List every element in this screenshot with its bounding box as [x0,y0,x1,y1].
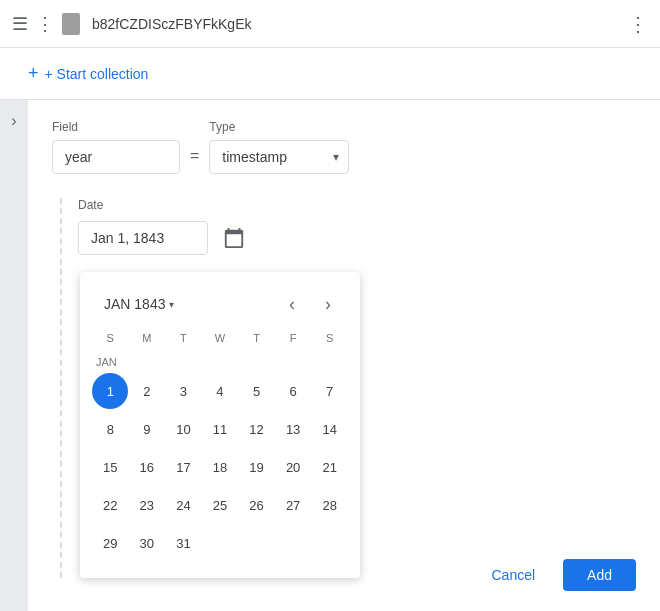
cal-day-7[interactable]: 7 [312,373,348,409]
type-label: Type [209,120,349,134]
type-select-wrapper: timestamp string number boolean map arra… [209,140,349,174]
add-button[interactable]: Add [563,559,636,591]
cal-day-empty-4 [312,525,348,561]
cal-day-empty-3 [275,525,311,561]
cancel-button[interactable]: Cancel [475,559,551,591]
cal-day-empty-1 [202,525,238,561]
cal-day-18[interactable]: 18 [202,449,238,485]
cal-day-4[interactable]: 4 [202,373,238,409]
cal-day-29[interactable]: 29 [92,525,128,561]
cal-day-11[interactable]: 11 [202,411,238,447]
left-toggle[interactable]: › [0,100,28,611]
month-year-button[interactable]: JAN 1843 ▾ [96,292,182,316]
cal-day-14[interactable]: 14 [312,411,348,447]
cal-day-2[interactable]: 2 [129,373,165,409]
doc-title: b82fCZDISczFBYFkKgEk [92,16,620,32]
cal-day-21[interactable]: 21 [312,449,348,485]
cal-day-3[interactable]: 3 [165,373,201,409]
day-header-fri: F [275,328,312,348]
month-year-label: JAN 1843 [104,296,165,312]
type-column: Type timestamp string number boolean map… [209,120,349,174]
month-year-dropdown-icon: ▾ [169,299,174,310]
cal-day-1[interactable]: 1 [92,373,128,409]
chevron-right-icon: › [11,112,16,130]
day-header-mon: M [129,328,166,348]
doc-icon [62,13,80,35]
cal-day-19[interactable]: 19 [239,449,275,485]
nav-arrows: ‹ › [276,288,344,320]
equals-sign: = [190,147,199,165]
top-bar-left-icons: ☰ ⋮ [12,13,54,35]
cal-day-31[interactable]: 31 [165,525,201,561]
day-headers: S M T W T F S [92,328,348,348]
date-section-wrapper: Date Jan 1, 1843 JAN 1843 ▾ [60,198,636,578]
month-label: JAN [96,356,348,368]
cal-day-13[interactable]: 13 [275,411,311,447]
next-month-button[interactable]: › [312,288,344,320]
start-collection-button[interactable]: + + Start collection [16,55,160,92]
field-input[interactable] [52,140,180,174]
dots-menu-icon[interactable]: ⋮ [36,13,54,35]
date-input-row: Jan 1, 1843 [78,220,636,256]
date-section: Date Jan 1, 1843 JAN 1843 ▾ [78,198,636,578]
cal-day-25[interactable]: 25 [202,487,238,523]
date-input[interactable]: Jan 1, 1843 [78,221,208,255]
action-buttons: Cancel Add [475,543,636,591]
next-arrow-icon: › [325,294,331,315]
cal-day-6[interactable]: 6 [275,373,311,409]
cal-day-12[interactable]: 12 [239,411,275,447]
start-collection-label: + Start collection [45,66,149,82]
field-row: Field = Type timestamp string number boo… [52,120,636,174]
main-area: › Field = Type timestamp string number b… [0,100,660,611]
cal-day-30[interactable]: 30 [129,525,165,561]
type-select[interactable]: timestamp string number boolean map arra… [209,140,349,174]
cal-day-16[interactable]: 16 [129,449,165,485]
prev-month-button[interactable]: ‹ [276,288,308,320]
field-label: Field [52,120,180,134]
top-bar: ☰ ⋮ b82fCZDISczFBYFkKgEk ⋮ [0,0,660,48]
panel: Field = Type timestamp string number boo… [28,100,660,611]
plus-icon: + [28,63,39,84]
cal-day-22[interactable]: 22 [92,487,128,523]
calendar-svg-icon [223,227,245,249]
day-header-thu: T [238,328,275,348]
cal-day-20[interactable]: 20 [275,449,311,485]
prev-arrow-icon: ‹ [289,294,295,315]
field-column: Field [52,120,180,174]
day-header-tue: T [165,328,202,348]
second-bar: + + Start collection [0,48,660,100]
calendar-popup: JAN 1843 ▾ ‹ › [80,272,360,578]
cal-day-17[interactable]: 17 [165,449,201,485]
cal-day-15[interactable]: 15 [92,449,128,485]
day-header-sat: S [311,328,348,348]
cal-day-empty-2 [239,525,275,561]
cal-day-26[interactable]: 26 [239,487,275,523]
date-label: Date [78,198,636,212]
cal-day-27[interactable]: 27 [275,487,311,523]
calendar-button[interactable] [216,220,252,256]
cal-day-5[interactable]: 5 [239,373,275,409]
cal-day-10[interactable]: 10 [165,411,201,447]
calendar-grid: 1 2 3 4 5 6 7 8 9 10 11 12 13 1 [92,372,348,562]
calendar-header: JAN 1843 ▾ ‹ › [92,280,348,328]
cal-day-9[interactable]: 9 [129,411,165,447]
day-header-wed: W [202,328,239,348]
cal-day-8[interactable]: 8 [92,411,128,447]
cal-day-28[interactable]: 28 [312,487,348,523]
cal-day-24[interactable]: 24 [165,487,201,523]
cal-day-23[interactable]: 23 [129,487,165,523]
more-options-icon[interactable]: ⋮ [628,12,648,36]
day-header-sun: S [92,328,129,348]
hamburger-icon[interactable]: ☰ [12,13,28,35]
